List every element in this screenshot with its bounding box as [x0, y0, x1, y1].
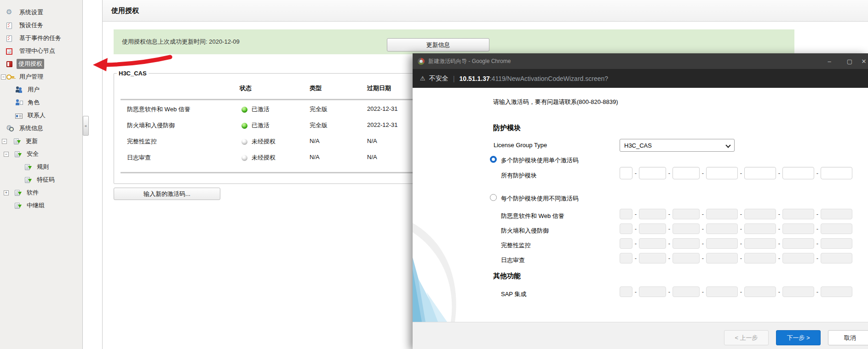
sap-integration-label: SAP 集成	[501, 290, 526, 298]
chrome-window: 新建激活码向导 - Google Chrome – ▢ ✕ ⚠ 不安全 | 10…	[413, 53, 868, 349]
red-arrow-annotation	[91, 51, 174, 74]
warning-icon: ⚠	[420, 75, 425, 82]
activation-code-segment	[673, 286, 700, 297]
radio-single-code[interactable]	[490, 156, 497, 163]
license-icon	[6, 61, 12, 67]
collapse-toggle-icon[interactable]: −	[1, 74, 6, 80]
chevron-left-icon: «	[85, 124, 87, 128]
next-button[interactable]: 下一步 >	[776, 330, 821, 345]
activation-code-segment	[706, 209, 738, 219]
chevron-down-icon	[726, 143, 730, 147]
update-info-button[interactable]: 更新信息	[387, 38, 489, 51]
close-icon[interactable]: ✕	[860, 58, 868, 65]
sidebar-item-system-info[interactable]: 系统信息	[0, 122, 82, 135]
collapse-toggle-icon[interactable]: −	[2, 139, 7, 144]
status-text: 已激活	[252, 105, 270, 114]
sidebar-item-security[interactable]: − 安全	[0, 148, 82, 160]
enter-new-activation-code-button[interactable]: 输入新的激活码...	[114, 188, 220, 200]
module-name: 防火墙和入侵防御	[127, 121, 175, 130]
sidebar-item-label: 使用授权	[17, 59, 44, 69]
sidebar-item-licenses[interactable]: 使用授权	[0, 57, 82, 70]
sidebar-item-patterns[interactable]: 特征码	[0, 173, 82, 186]
sidebar-item-contacts[interactable]: 联系人	[0, 109, 82, 122]
activation-code-segment[interactable]	[639, 167, 666, 179]
expiry-date: N/A	[367, 154, 377, 160]
activation-code-segment[interactable]	[821, 167, 852, 179]
activation-code-segment[interactable]	[782, 167, 814, 179]
activation-code-row-sap: - - - - - -	[620, 286, 852, 297]
activation-code-segment[interactable]	[744, 167, 776, 179]
page-title: 使用授权	[111, 6, 139, 15]
sidebar-item-scheduled-tasks[interactable]: 预设任务	[0, 19, 82, 32]
activation-code-segment	[639, 209, 666, 219]
sidebar-item-system-settings[interactable]: 系统设置	[0, 6, 82, 19]
sidebar-item-label: 中继组	[25, 200, 46, 211]
chrome-titlebar[interactable]: 新建激活码向导 - Google Chrome – ▢ ✕	[413, 53, 868, 69]
url-path[interactable]: :4119/NewActivationCodeWizard.screen?	[490, 75, 608, 82]
selected-option: H3C_CAS	[624, 142, 652, 149]
minimize-icon[interactable]: –	[819, 58, 839, 65]
license-group-type-select[interactable]: H3C_CAS	[620, 139, 735, 152]
back-button[interactable]: < 上一步	[724, 330, 769, 345]
activation-code-segment	[673, 253, 700, 263]
activation-code-segment	[639, 253, 666, 263]
activation-code-segment[interactable]	[706, 167, 738, 179]
status-dot-active-icon	[241, 107, 247, 113]
module-code-label: 完整性监控	[501, 241, 531, 250]
column-header-type: 类型	[310, 84, 322, 92]
sidebar-item-label: 角色	[26, 97, 41, 108]
module-code-label: 防恶意软件和 Web 信誉	[501, 212, 564, 220]
url-host[interactable]: 10.51.1.37	[460, 75, 490, 82]
window-title: 新建激活码向导 - Google Chrome	[428, 57, 819, 65]
license-type: 完全版	[310, 105, 328, 114]
cancel-button[interactable]: 取消	[828, 330, 868, 345]
sidebar-item-label: 软件	[25, 188, 40, 198]
sidebar-item-event-tasks[interactable]: 基于事件的任务	[0, 32, 82, 45]
activation-code-segment	[821, 209, 852, 219]
sidebar-item-software[interactable]: + 软件	[0, 186, 82, 199]
activation-code-segment	[706, 253, 738, 263]
activation-code-segment	[673, 223, 700, 234]
task-list-icon	[6, 23, 12, 29]
sidebar-item-rules[interactable]: 规则	[0, 160, 82, 173]
update-icon	[14, 138, 19, 144]
activation-code-segment[interactable]	[620, 167, 632, 179]
radio-separate-codes[interactable]	[490, 194, 497, 201]
sidebar-item-roles[interactable]: 角色	[0, 96, 82, 109]
collapse-toggle-icon[interactable]: −	[4, 152, 9, 157]
task-list-icon	[6, 35, 12, 42]
sidebar-item-user-management[interactable]: − 用户管理	[0, 70, 82, 83]
users-icon	[16, 86, 23, 93]
license-type: N/A	[310, 137, 320, 144]
expand-toggle-icon[interactable]: +	[4, 190, 9, 195]
status-dot-active-icon	[241, 123, 247, 129]
activation-code-segment[interactable]	[673, 167, 700, 179]
sidebar-item-label: 预设任务	[17, 20, 45, 30]
module-code-label: 日志审查	[501, 256, 525, 264]
not-secure-label[interactable]: 不安全	[429, 74, 448, 83]
activation-code-row-firewall: - - - - - -	[620, 223, 852, 234]
maximize-icon[interactable]: ▢	[839, 58, 860, 65]
activation-code-segment	[744, 286, 776, 297]
activation-code-row-integrity: - - - - - -	[620, 238, 852, 249]
sidebar-item-users[interactable]: 用户	[0, 83, 82, 96]
sidebar-item-updates[interactable]: − 更新	[0, 135, 82, 148]
module-name: 日志审查	[127, 154, 151, 162]
wizard-intro-text: 请输入激活码，要有问题请联系(800-820-8839)	[493, 98, 618, 106]
activation-code-segment	[620, 238, 632, 249]
sidebar-item-relay-groups[interactable]: 中继组	[0, 199, 82, 212]
sidebar-item-label: 规则	[35, 162, 51, 172]
chrome-addressbar[interactable]: ⚠ 不安全 | 10.51.1.37 :4119/NewActivationCo…	[413, 69, 868, 88]
activation-code-segment	[782, 223, 814, 234]
activation-wizard-body: 请输入激活码，要有问题请联系(800-820-8839) 防护模块 Licens…	[413, 88, 868, 322]
activation-code-segment	[706, 286, 738, 297]
sidebar-item-manager-nodes[interactable]: 管理中心节点	[0, 45, 82, 57]
page-header: 使用授权	[103, 0, 868, 22]
activation-code-segment	[744, 209, 776, 219]
wizard-decoration-swoosh	[413, 214, 472, 322]
sidebar-collapse-handle[interactable]: «	[83, 116, 89, 136]
activation-code-segment	[744, 238, 776, 249]
role-icon	[16, 99, 23, 106]
activation-code-row-all-modules: - - - - - -	[620, 167, 852, 179]
user-key-icon	[6, 73, 14, 80]
